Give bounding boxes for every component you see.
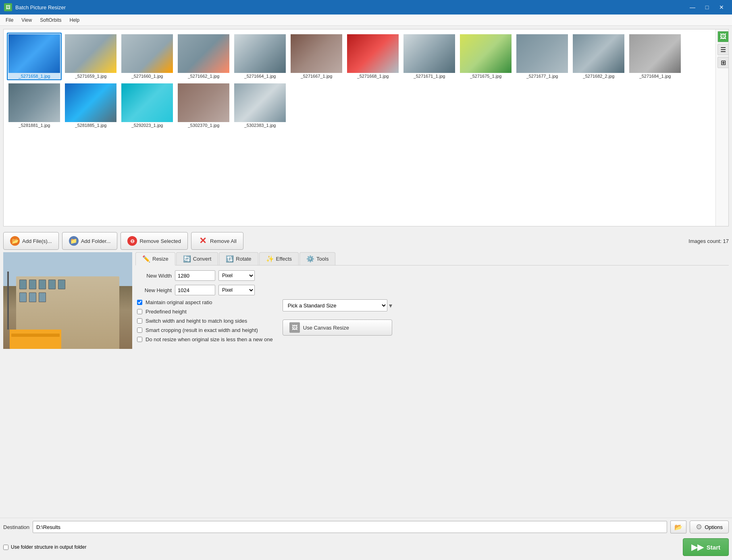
width-input[interactable] [175, 270, 215, 281]
image-thumb[interactable]: _5271677_1.jpg [515, 33, 570, 80]
image-thumb[interactable]: _5271671_1.jpg [402, 33, 457, 80]
thumb-image [234, 34, 286, 73]
thumb-name: _5292023_1.jpg [131, 123, 163, 128]
destination-input[interactable] [33, 521, 667, 533]
thumb-name: _5271658_1.jpg [19, 74, 50, 79]
thumb-name: _5271668_1.jpg [357, 74, 389, 79]
tabs: ✏️Resize🔄Convert🔃Rotate✨Effects⚙️Tools [135, 252, 729, 265]
thumb-name: _5271660_1.jpg [131, 74, 163, 79]
thumb-image [234, 83, 286, 122]
image-thumb[interactable]: _5302383_1.jpg [233, 82, 287, 129]
view-list-button[interactable]: ☰ [717, 44, 729, 55]
app-icon: 🖼 [4, 3, 12, 11]
aspect-ratio-checkbox[interactable] [137, 300, 142, 305]
thumb-image [121, 83, 173, 122]
folder-structure-label[interactable]: Use folder structure in output folder [11, 544, 86, 550]
predefined-height-checkbox[interactable] [137, 309, 142, 314]
canvas-resize-button[interactable]: 🖼 Use Canvas Resize [283, 319, 392, 336]
view-grid-button[interactable]: ⊞ [717, 57, 729, 68]
predefined-height-label[interactable]: Predefined height [146, 309, 187, 315]
thumb-image [347, 34, 399, 73]
image-thumb[interactable]: _5271659_1.jpg [63, 33, 118, 80]
options-button[interactable]: ⚙ Options [690, 521, 729, 533]
thumb-name: _5302370_1.jpg [188, 123, 220, 128]
thumb-name: _5271682_2.jpg [583, 74, 615, 79]
tab-rotate[interactable]: 🔃Rotate [219, 252, 258, 265]
thumb-image [65, 83, 116, 122]
image-thumb[interactable]: _5271682_2.jpg [571, 33, 626, 80]
menu-softorbits[interactable]: SoftOrbits [36, 16, 65, 25]
thumb-image [460, 34, 512, 73]
add-folder-button[interactable]: 📁 Add Folder... [62, 232, 118, 250]
switch-dims-label[interactable]: Switch width and height to match long si… [146, 318, 247, 324]
start-button[interactable]: ▶▶ Start [683, 538, 729, 556]
image-thumb[interactable]: _5292023_1.jpg [120, 82, 175, 129]
image-thumb[interactable]: _5271664_1.jpg [233, 33, 287, 80]
effects-tab-label: Effects [276, 256, 292, 262]
image-thumb[interactable]: _5271675_1.jpg [458, 33, 513, 80]
width-unit-select[interactable]: Pixel Percent cm mm inch [218, 270, 255, 281]
aspect-ratio-label[interactable]: Maintain original aspect ratio [146, 299, 212, 305]
title-bar: 🖼 Batch Picture Resizer — □ ✕ [0, 0, 732, 15]
menu-help[interactable]: Help [66, 16, 84, 25]
thumb-name: _5302383_1.jpg [244, 123, 276, 128]
thumb-image [178, 34, 229, 73]
smart-crop-checkbox[interactable] [137, 328, 142, 333]
rotate-tab-icon: 🔃 [226, 255, 234, 263]
minimize-button[interactable]: — [686, 2, 699, 13]
thumb-name: _5271662_1.jpg [188, 74, 220, 79]
effects-tab-icon: ✨ [266, 255, 274, 263]
thumb-name: _5271664_1.jpg [244, 74, 276, 79]
settings-panel: ✏️Resize🔄Convert🔃Rotate✨Effects⚙️Tools N… [135, 252, 729, 514]
options-label: Options [705, 524, 723, 530]
remove-selected-icon: ⊖ [127, 236, 137, 246]
canvas-resize-icon: 🖼 [289, 322, 300, 333]
image-thumb[interactable]: _5271662_1.jpg [176, 33, 231, 80]
smart-crop-label[interactable]: Smart cropping (result in exact width an… [146, 327, 258, 333]
main-container: _5271658_1.jpg _5271659_1.jpg _5271660_1… [0, 26, 732, 560]
thumb-name: _5281885_1.jpg [75, 123, 107, 128]
bottom-bar: Use folder structure in output folder ▶▶… [0, 536, 732, 560]
remove-selected-button[interactable]: ⊖ Remove Selected [121, 232, 188, 250]
thumb-image [403, 34, 455, 73]
toolbar: 📂 Add File(s)... 📁 Add Folder... ⊖ Remov… [0, 230, 732, 252]
folder-structure-checkbox[interactable] [3, 545, 8, 550]
height-unit-select[interactable]: Pixel Percent cm mm inch [218, 285, 255, 295]
smart-crop-row: Smart cropping (result in exact width an… [135, 327, 273, 333]
image-thumb[interactable]: _5271684_1.jpg [628, 33, 682, 80]
menu-bar: File View SoftOrbits Help [0, 15, 732, 26]
image-thumb[interactable]: _5271658_1.jpg [7, 33, 62, 80]
preview-tram [10, 330, 61, 349]
maximize-button[interactable]: □ [701, 2, 713, 13]
image-thumb[interactable]: _5302370_1.jpg [176, 82, 231, 129]
tab-convert[interactable]: 🔄Convert [176, 252, 218, 265]
thumb-image [121, 34, 173, 73]
remove-all-label: Remove All [210, 238, 237, 244]
switch-dims-checkbox[interactable] [137, 318, 142, 324]
view-thumbs-button[interactable]: 🖼 [717, 31, 729, 42]
height-row: New Height Pixel Percent cm mm inch [135, 285, 729, 295]
close-button[interactable]: ✕ [715, 2, 728, 13]
tab-resize[interactable]: ✏️Resize [135, 252, 175, 265]
no-resize-label[interactable]: Do not resize when original size is less… [146, 336, 273, 342]
gear-icon: ⚙ [696, 523, 702, 531]
convert-tab-icon: 🔄 [183, 255, 191, 263]
standard-size-select[interactable]: Pick a Standard Size 800×600 1024×768 12… [283, 299, 387, 311]
browse-destination-button[interactable]: 📂 [670, 521, 686, 533]
aspect-ratio-row: Maintain original aspect ratio [135, 299, 273, 305]
height-label: New Height [135, 287, 172, 293]
resize-tab-icon: ✏️ [142, 255, 150, 263]
height-input[interactable] [175, 285, 215, 295]
image-thumb[interactable]: _5271660_1.jpg [120, 33, 175, 80]
menu-file[interactable]: File [2, 16, 17, 25]
tab-effects[interactable]: ✨Effects [259, 252, 299, 265]
remove-all-button[interactable]: ✕ Remove All [191, 232, 243, 250]
image-thumb[interactable]: _5281885_1.jpg [63, 82, 118, 129]
image-thumb[interactable]: _5281881_1.jpg [7, 82, 62, 129]
tab-tools[interactable]: ⚙️Tools [299, 252, 335, 265]
no-resize-checkbox[interactable] [137, 337, 142, 342]
menu-view[interactable]: View [17, 16, 36, 25]
image-thumb[interactable]: _5271668_1.jpg [345, 33, 400, 80]
image-thumb[interactable]: _5271667_1.jpg [289, 33, 344, 80]
add-files-button[interactable]: 📂 Add File(s)... [3, 232, 59, 250]
